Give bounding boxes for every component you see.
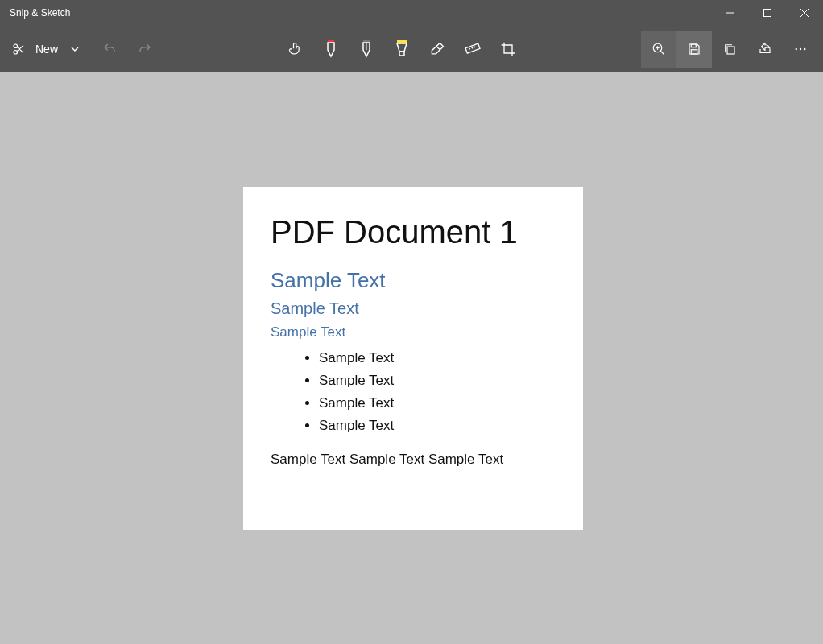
touch-icon bbox=[287, 41, 304, 57]
doc-title: PDF Document 1 bbox=[271, 214, 556, 250]
doc-heading-1: Sample Text bbox=[271, 268, 556, 293]
canvas-area[interactable]: PDF Document 1 Sample Text Sample Text S… bbox=[0, 72, 823, 644]
new-snip-dropdown[interactable] bbox=[63, 31, 87, 68]
redo-icon bbox=[138, 42, 152, 56]
copy-button[interactable] bbox=[712, 31, 747, 68]
ballpoint-pen-button[interactable] bbox=[313, 31, 349, 68]
captured-image: PDF Document 1 Sample Text Sample Text S… bbox=[243, 187, 583, 530]
svg-marker-9 bbox=[328, 43, 334, 56]
svg-line-20 bbox=[474, 46, 475, 47]
ruler-button[interactable] bbox=[455, 31, 490, 68]
window-controls bbox=[712, 0, 823, 26]
doc-bullet-list: Sample Text Sample Text Sample Text Samp… bbox=[271, 347, 556, 437]
list-item: Sample Text bbox=[319, 392, 556, 415]
svg-marker-14 bbox=[397, 43, 407, 52]
svg-rect-26 bbox=[691, 50, 697, 54]
undo-icon bbox=[102, 42, 117, 56]
doc-paragraph: Sample Text Sample Text Sample Text bbox=[271, 452, 556, 468]
share-icon bbox=[758, 42, 772, 56]
highlighter-icon bbox=[394, 40, 410, 58]
list-item: Sample Text bbox=[319, 415, 556, 437]
list-item: Sample Text bbox=[319, 369, 556, 392]
save-icon bbox=[687, 42, 701, 56]
eraser-button[interactable] bbox=[420, 31, 455, 68]
svg-point-28 bbox=[796, 48, 797, 50]
scissors-icon bbox=[11, 42, 26, 56]
undo-button[interactable] bbox=[92, 31, 127, 68]
svg-rect-25 bbox=[691, 44, 696, 47]
crop-button[interactable] bbox=[490, 31, 526, 68]
svg-line-19 bbox=[472, 47, 473, 49]
ruler-icon bbox=[465, 41, 481, 57]
save-button[interactable] bbox=[676, 31, 712, 68]
more-icon bbox=[793, 42, 808, 56]
svg-rect-15 bbox=[399, 52, 404, 56]
list-item: Sample Text bbox=[319, 347, 556, 369]
toolbar: New bbox=[0, 26, 823, 72]
close-button[interactable] bbox=[786, 0, 823, 26]
svg-point-30 bbox=[804, 48, 805, 50]
new-label: New bbox=[35, 43, 58, 56]
eraser-icon bbox=[429, 41, 445, 57]
svg-line-16 bbox=[436, 47, 440, 50]
zoom-icon bbox=[651, 42, 666, 56]
minimize-button[interactable] bbox=[712, 0, 749, 26]
redo-button[interactable] bbox=[127, 31, 163, 68]
highlighter-button[interactable] bbox=[384, 31, 420, 68]
svg-rect-27 bbox=[727, 47, 734, 54]
pencil-icon bbox=[359, 40, 374, 58]
zoom-button[interactable] bbox=[641, 31, 676, 68]
crop-icon bbox=[500, 41, 516, 57]
doc-heading-2: Sample Text bbox=[271, 299, 556, 318]
touch-writing-button[interactable] bbox=[278, 31, 313, 68]
svg-line-22 bbox=[660, 51, 664, 55]
svg-point-29 bbox=[800, 48, 801, 50]
pencil-button[interactable] bbox=[349, 31, 384, 68]
more-button[interactable] bbox=[783, 31, 818, 68]
copy-icon bbox=[722, 42, 737, 56]
new-snip-button[interactable]: New bbox=[5, 31, 63, 68]
window-title: Snip & Sketch bbox=[10, 7, 712, 19]
titlebar: Snip & Sketch bbox=[0, 0, 823, 26]
svg-rect-1 bbox=[764, 10, 771, 17]
svg-line-18 bbox=[469, 48, 470, 50]
maximize-button[interactable] bbox=[749, 0, 786, 26]
doc-heading-3: Sample Text bbox=[271, 324, 556, 341]
chevron-down-icon bbox=[70, 44, 80, 54]
share-button[interactable] bbox=[747, 31, 783, 68]
pen-red-icon bbox=[324, 40, 338, 58]
